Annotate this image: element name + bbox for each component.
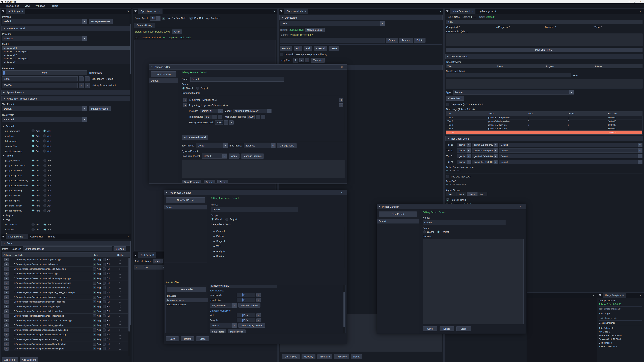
agg-checkbox[interactable]: ✔ [93, 258, 96, 261]
remove-file-button[interactable]: x [4, 328, 9, 332]
full-checkbox[interactable] [103, 343, 106, 346]
remove-file-button[interactable]: x [4, 338, 9, 341]
keep-pairs-minus-button[interactable]: - [299, 58, 304, 62]
discussion-select[interactable]: main▼ [280, 21, 385, 26]
scope-global-radio[interactable] [182, 87, 185, 90]
ask-radio[interactable] [43, 164, 46, 167]
delete-discussion-button[interactable]: Delete [414, 38, 426, 43]
conductor-setup-header[interactable]: ▶Conductor Setup [446, 54, 643, 59]
maximize-icon[interactable]: □ [634, 0, 636, 3]
panel-close-icon[interactable]: ✕ [437, 8, 444, 14]
pref-temp-input[interactable]: -0.0 [204, 115, 212, 119]
ask-radio[interactable] [43, 204, 46, 207]
agg-checkbox[interactable]: ✔ [93, 296, 96, 299]
auto-radio[interactable] [32, 149, 34, 152]
auto-radio[interactable] [32, 223, 34, 226]
category-row[interactable]: ▶Analysis [214, 249, 345, 254]
remove-file-button[interactable]: x [4, 309, 9, 313]
dock-menu-icon[interactable] [444, 8, 450, 14]
pref-hist-input[interactable]: 900000 [215, 120, 223, 125]
auto-radio[interactable] [32, 199, 34, 202]
composer-inject-file-button[interactable]: Inject File [318, 354, 332, 359]
auto-radio[interactable] [32, 169, 34, 172]
tool-group-header[interactable]: ▼Analysis [0, 232, 131, 234]
auto-radio[interactable] [32, 179, 34, 182]
tab-discussion-hub[interactable]: Discussion Hub✕ [284, 8, 308, 14]
popout-tier3-checkbox[interactable]: ✔ [446, 198, 449, 201]
add-preferred-model-button[interactable]: Add Preferred Model [182, 135, 208, 140]
scope-project-radio[interactable] [196, 87, 199, 90]
agg-checkbox[interactable]: ✔ [93, 310, 96, 313]
full-checkbox[interactable] [103, 258, 106, 261]
popout-usage-checkbox[interactable]: ✔ [190, 16, 192, 19]
full-checkbox[interactable] [103, 324, 106, 327]
remove-file-button[interactable]: x [4, 258, 9, 261]
step-mode-checkbox[interactable] [446, 103, 449, 106]
remove-file-button[interactable]: x [4, 286, 9, 290]
reorder-button[interactable]: + [183, 98, 187, 102]
type-select[interactable]: feature▼ [453, 90, 574, 94]
manage-presets-button[interactable]: Manage Presets [89, 106, 111, 111]
tab-close-icon[interactable]: ✕ [24, 235, 26, 238]
profile-list-item[interactable]: Execution-Focused [166, 302, 208, 307]
category-row[interactable]: ▶Runtime [214, 254, 345, 259]
ask-radio[interactable] [43, 179, 46, 182]
slider-thumb[interactable] [242, 319, 244, 322]
ask-radio[interactable] [43, 169, 46, 172]
system-prompts-header[interactable]: ▶System Prompts [1, 90, 130, 95]
panel-close-icon[interactable]: ✕ [638, 293, 644, 298]
full-checkbox[interactable] [103, 296, 106, 299]
composer-md-only-button[interactable]: MD Only [302, 354, 315, 359]
discussion-name-input[interactable] [280, 38, 385, 43]
ask-radio[interactable] [43, 174, 46, 177]
keep-pairs-input[interactable]: 2 [293, 58, 298, 62]
category-row[interactable]: ▶General [214, 229, 345, 234]
pref-provider-select[interactable]: gemini_cli▼ [200, 109, 223, 113]
remove-file-button[interactable]: x [4, 347, 9, 351]
tier-provider-select[interactable]: gemini▼ [457, 148, 471, 153]
new-preset-button[interactable]: New Preset [379, 212, 417, 217]
auto-radio[interactable] [32, 189, 34, 192]
new-persona-button[interactable]: New Persona [151, 71, 176, 77]
focus-agent-select[interactable]: All▼ [150, 15, 160, 21]
save-profile-button[interactable]: Save Profile [210, 330, 226, 333]
manage-personas-button[interactable]: Manage Personas [89, 19, 113, 24]
agg-checkbox[interactable]: ✔ [93, 314, 96, 318]
stream-tab-tier-1[interactable]: Tier 1 [446, 192, 456, 196]
category-override-select[interactable]: General▼ [210, 323, 237, 328]
max-tokens-minus-button[interactable]: - [79, 76, 84, 81]
minimize-icon[interactable]: − [628, 0, 630, 3]
dock-menu-icon[interactable] [278, 8, 284, 14]
full-checkbox[interactable] [103, 319, 106, 322]
remove-override-button[interactable]: x [256, 298, 261, 302]
full-checkbox[interactable] [103, 291, 106, 294]
scope-global-radio[interactable] [211, 218, 214, 221]
scope-global-radio[interactable] [423, 230, 426, 233]
composer-gen-send-button[interactable]: Gen + Send [282, 354, 300, 359]
add-category-override-button[interactable]: Add Category Override [238, 323, 265, 328]
ask-radio[interactable] [43, 228, 46, 231]
tab-log-management[interactable]: Log Management [476, 8, 498, 14]
track-name-input[interactable] [446, 73, 571, 77]
persona-list-item[interactable]: Default [149, 78, 178, 83]
tier-model-select[interactable]: gemini-2.5-flash-lite▼ [472, 160, 498, 164]
model-list-item[interactable]: MiniMax-M2.1 [2, 53, 130, 57]
maxout-minus-button[interactable]: - [256, 115, 260, 119]
menu-item-windows[interactable]: Windows [36, 4, 45, 7]
create-discussion-button[interactable]: Create [386, 38, 398, 43]
tier-persona-select[interactable]: Default▼ [499, 143, 642, 147]
menu-item-manual-slop[interactable]: manual slop [6, 4, 19, 7]
preset-name-input[interactable]: Default [423, 220, 506, 225]
create-track-button[interactable]: Create Track [446, 96, 464, 100]
full-checkbox[interactable] [103, 272, 106, 275]
remove-preferred-button[interactable]: x [339, 103, 343, 107]
scope-project-radio[interactable] [226, 218, 228, 221]
category-multiplier-input[interactable]: 1.5x [237, 313, 255, 317]
files-panel-scrollbar[interactable] [130, 239, 131, 362]
remove-file-button[interactable]: x [4, 267, 9, 271]
hist-minus-button[interactable]: - [224, 120, 228, 125]
slider-thumb[interactable] [242, 314, 244, 317]
bias-profile-select[interactable]: Balanced▼ [2, 117, 87, 122]
stream-tab-tier-3[interactable]: Tier 3 [467, 192, 477, 196]
system-prompt-textarea[interactable] [182, 160, 345, 178]
